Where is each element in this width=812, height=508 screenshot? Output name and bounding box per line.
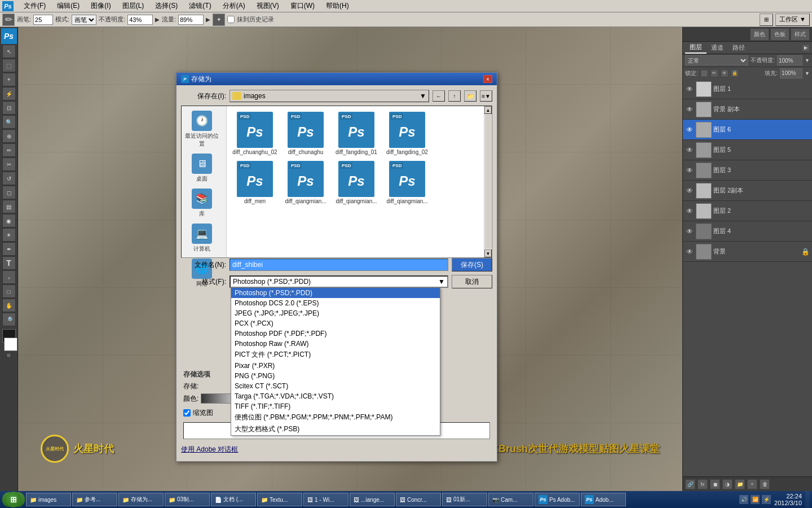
format-option-5[interactable]: Photoshop Raw (*.RAW) bbox=[231, 339, 440, 349]
color-mode-btn[interactable]: ⊙ bbox=[7, 353, 11, 358]
format-selector[interactable]: Photoshop (*.PSD;*.PDD) ▼ bbox=[230, 275, 448, 288]
fill-arrow[interactable]: ▼ bbox=[805, 71, 810, 76]
format-option-10[interactable]: Targa (*.TGA;*.VDA;*.ICB;*.VST) bbox=[231, 391, 440, 401]
taskbar-btn-jiange[interactable]: 🖼 ...iange... bbox=[350, 493, 395, 506]
opacity-percent-arrow[interactable]: ▼ bbox=[805, 58, 810, 63]
lock-position-btn[interactable]: ✛ bbox=[721, 69, 729, 77]
lock-transparent-btn[interactable]: ⬚ bbox=[700, 69, 708, 77]
opacity-arrow[interactable]: ▶ bbox=[155, 16, 160, 23]
new-group-btn[interactable]: 📁 bbox=[735, 479, 745, 489]
layer-item-3[interactable]: 👁 图层 5 bbox=[683, 140, 812, 160]
layer-item-5[interactable]: 👁 图层 2副本 bbox=[683, 181, 812, 201]
menu-window[interactable]: 窗口(W) bbox=[287, 1, 318, 11]
taskbar-btn-win1[interactable]: 🖼 1 - Wi... bbox=[303, 493, 348, 506]
layer-item-4[interactable]: 👁 图层 3 bbox=[683, 160, 812, 181]
dialog-close-btn[interactable]: × bbox=[483, 75, 492, 83]
menu-view[interactable]: 视图(V) bbox=[253, 1, 283, 11]
computer-btn[interactable]: 💻 计算机 bbox=[184, 224, 220, 253]
fill-input[interactable] bbox=[780, 68, 802, 78]
styles-panel-btn[interactable]: 样式 bbox=[791, 28, 810, 41]
taskbar-btn-03[interactable]: 📁 03制... bbox=[165, 493, 210, 506]
format-option-3[interactable]: PCX (*.PCX) bbox=[231, 318, 440, 329]
lasso-tool[interactable]: ⌖ bbox=[2, 73, 16, 86]
brush-size-input[interactable] bbox=[33, 15, 53, 25]
taskbar-btn-images[interactable]: 📁 images bbox=[26, 493, 71, 506]
brush-tool[interactable]: ✏ bbox=[2, 143, 16, 157]
format-dropdown-list[interactable]: Photoshop (*.PSD;*.PDD) Photoshop DCS 2.… bbox=[231, 287, 440, 436]
taskbar-btn-ps[interactable]: Ps Ps Adob... bbox=[535, 493, 580, 506]
file-item-6[interactable]: PSD Ps diff_qiangmian... bbox=[334, 161, 379, 204]
format-option-12[interactable]: 便携位图 (*.PBM;*.PGM;*.PPM;*.PNM;*.PFM;*.PA… bbox=[231, 411, 440, 423]
blur-tool[interactable]: ◉ bbox=[2, 214, 16, 227]
path-select-tool[interactable]: ⬦ bbox=[2, 270, 16, 284]
format-option-2[interactable]: JPEG (*.JPG;*.JPEG;*.JPE) bbox=[231, 308, 440, 318]
layers-panel-menu[interactable]: ▶ bbox=[802, 44, 810, 52]
adobe-dialog-link[interactable]: 使用 Adobe 对话框 bbox=[181, 445, 238, 454]
layer-item-0[interactable]: 👁 图层 1 bbox=[683, 79, 812, 99]
format-option-6[interactable]: PICT 文件 (*.PCT;*.PICT) bbox=[231, 349, 440, 361]
layer-fx-btn[interactable]: fx bbox=[698, 479, 708, 489]
color-panel-btn[interactable]: 颜色 bbox=[750, 28, 769, 41]
desktop-btn[interactable]: 🖥 桌面 bbox=[184, 154, 220, 183]
menu-analyze[interactable]: 分析(A) bbox=[219, 1, 249, 11]
layer-item-2[interactable]: 👁 图层 6 bbox=[683, 120, 812, 140]
eraser-tool[interactable]: ◻ bbox=[2, 186, 16, 199]
layer-item-1[interactable]: 👁 背景 副本 bbox=[683, 99, 812, 120]
location-selector[interactable]: images ▼ bbox=[230, 90, 429, 102]
create-folder-btn[interactable]: 📁 bbox=[464, 90, 476, 102]
hand-tool[interactable]: ✋ bbox=[2, 299, 16, 312]
layer-item-8[interactable]: 👁 背景 🔒 bbox=[683, 242, 812, 262]
eye-icon-6[interactable]: 👁 bbox=[685, 207, 694, 216]
go-back-btn[interactable]: ← bbox=[433, 90, 445, 102]
file-scrollbar[interactable]: ▲ ▼ bbox=[484, 106, 492, 257]
format-option-9[interactable]: Scitex CT (*.SCT) bbox=[231, 381, 440, 391]
format-option-0[interactable]: Photoshop (*.PSD;*.PDD) bbox=[231, 288, 440, 298]
file-item-2[interactable]: PSD Ps diff_fangding_01 bbox=[334, 112, 379, 155]
thumbnail-checkbox[interactable] bbox=[183, 409, 191, 417]
format-option-8[interactable]: PNG (*.PNG) bbox=[231, 371, 440, 381]
taskbar-clock[interactable]: 22:24 2012/3/10 bbox=[774, 493, 804, 506]
background-color[interactable] bbox=[4, 338, 17, 351]
opacity-input[interactable] bbox=[127, 15, 153, 25]
cancel-button[interactable]: 取消 bbox=[452, 275, 492, 288]
eye-icon-3[interactable]: 👁 bbox=[685, 146, 694, 155]
tab-paths[interactable]: 路径 bbox=[728, 42, 749, 53]
gradient-tool[interactable]: ▤ bbox=[2, 200, 16, 213]
layer-item-7[interactable]: 👁 图层 4 bbox=[683, 221, 812, 242]
brush-tool-icon[interactable]: ✏ bbox=[2, 14, 15, 26]
flow-arrow[interactable]: ▶ bbox=[206, 16, 210, 23]
layer-item-6[interactable]: 👁 图层 2 bbox=[683, 201, 812, 221]
pen-tool[interactable]: ✒ bbox=[2, 242, 16, 256]
marquee-tool[interactable]: ⬚ bbox=[2, 59, 16, 72]
airbrush-btn[interactable]: ✦ bbox=[213, 14, 225, 26]
tab-channels[interactable]: 通道 bbox=[707, 42, 728, 53]
taskbar-btn-doc[interactable]: 📄 文档 (... bbox=[211, 493, 256, 506]
taskbar-btn-textu[interactable]: 📁 Textu... bbox=[257, 493, 302, 506]
layer-link-btn[interactable]: 🔗 bbox=[685, 479, 695, 489]
dodge-tool[interactable]: ☀ bbox=[2, 228, 16, 242]
workspace-btn[interactable]: 工作区 ▼ bbox=[775, 14, 810, 26]
menu-help[interactable]: 帮助(H) bbox=[323, 1, 352, 11]
file-item-0[interactable]: PSD Ps diff_chuanghu_02 bbox=[232, 112, 277, 155]
format-option-7[interactable]: Pixar (*.PXR) bbox=[231, 361, 440, 371]
lock-all-btn[interactable]: 🔒 bbox=[731, 69, 739, 77]
save-button[interactable]: 保存(S) bbox=[452, 258, 492, 271]
format-option-1[interactable]: Photoshop DCS 2.0 (*.EPS) bbox=[231, 298, 440, 308]
taskbar-btn-01[interactable]: 🖼 01新... bbox=[442, 493, 487, 506]
view-options-btn[interactable]: ≡▼ bbox=[480, 90, 492, 102]
show-desktop-btn[interactable] bbox=[805, 491, 810, 508]
eye-icon-1[interactable]: 👁 bbox=[685, 105, 694, 114]
taskbar-btn-adob[interactable]: Ps Adob... bbox=[581, 493, 626, 506]
file-item-1[interactable]: PSD Ps diff_chunaghu bbox=[283, 112, 328, 155]
go-up-btn[interactable]: ↑ bbox=[448, 90, 461, 102]
mode-select[interactable]: 画笔 bbox=[72, 15, 96, 25]
history-checkbox[interactable] bbox=[227, 16, 235, 23]
format-option-4[interactable]: Photoshop PDF (*.PDF;*.PDF) bbox=[231, 329, 440, 339]
menu-layer[interactable]: 图层(L) bbox=[119, 1, 148, 11]
layer-adjustment-btn[interactable]: ◑ bbox=[722, 479, 732, 489]
eye-icon-7[interactable]: 👁 bbox=[685, 227, 694, 236]
file-item-4[interactable]: PSD Ps diff_men bbox=[232, 161, 277, 204]
taskbar-btn-concr[interactable]: 🖼 Concr... bbox=[396, 493, 441, 506]
flow-input[interactable] bbox=[178, 15, 204, 25]
eye-icon-2[interactable]: 👁 bbox=[685, 125, 694, 134]
